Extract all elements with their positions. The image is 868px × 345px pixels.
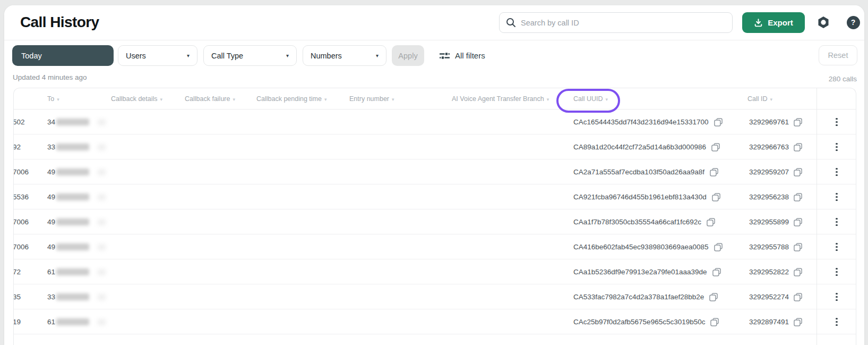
to-number-prefix: 34 [47, 118, 55, 126]
all-filters-button[interactable]: All filters [440, 45, 485, 66]
settings-button[interactable] [814, 13, 832, 31]
kebab-menu-button[interactable] [832, 165, 840, 179]
caret-down-icon: ▾ [233, 97, 235, 102]
actions-column-divider [817, 88, 817, 345]
copy-uuid-button[interactable] [709, 292, 718, 302]
copy-call-id-button[interactable] [793, 242, 803, 252]
copy-uuid-button[interactable] [706, 217, 716, 227]
call-id-cell: 3292969761 [749, 110, 803, 134]
column-header-call-id[interactable]: Call ID▾ [747, 88, 772, 110]
copy-uuid-button[interactable] [712, 267, 721, 277]
copy-uuid-button[interactable] [710, 317, 719, 327]
reset-button[interactable]: Reset [819, 45, 857, 65]
search-box[interactable] [499, 12, 733, 33]
date-filter-button[interactable]: Today [12, 45, 114, 66]
from-number-partial: 7006 [13, 159, 45, 184]
apply-button[interactable]: Apply [392, 45, 424, 66]
row-actions-cell [817, 284, 856, 309]
reset-button-label: Reset [828, 51, 848, 60]
copy-call-id-button[interactable] [793, 267, 803, 277]
call-id-cell: 3292966763 [749, 134, 803, 159]
copy-call-id-button[interactable] [793, 192, 803, 202]
redacted-smudge [98, 145, 106, 150]
to-number-cell: 33 [47, 284, 106, 309]
column-header-entry-number[interactable]: Entry number▾ [349, 88, 394, 110]
call-uuid-value: CA89a1d20c44f2cf72a5d14a6b3d000986 [573, 143, 706, 151]
call-id-value: 3292952822 [749, 268, 789, 276]
call-id-cell: 3292956238 [749, 184, 803, 209]
from-number-partial: 19 [13, 309, 45, 334]
call-id-value: 3292897491 [749, 318, 789, 326]
call-uuid-cell: CA533fac7982a7c4d2a378a1faef28bb2e [573, 284, 718, 309]
to-number-prefix: 49 [47, 193, 55, 201]
caret-down-icon: ▾ [376, 53, 379, 58]
from-number-partial: 5536 [13, 184, 45, 209]
call-uuid-cell: CA2a71a555af7ecdba103f50ad26aa9a8f [573, 159, 719, 184]
table-row: 7006 49 CA2a71a555af7ecdba103f50ad26aa9a… [14, 159, 856, 184]
help-button[interactable]: ? [844, 13, 862, 31]
redacted-phone-number [56, 193, 89, 200]
copy-uuid-button[interactable] [714, 242, 723, 252]
caret-down-icon: ▾ [606, 97, 608, 102]
redacted-smudge [98, 195, 106, 200]
column-header-call-uuid[interactable]: Call UUID▾ [573, 88, 608, 110]
row-actions-cell [817, 159, 856, 184]
users-filter-dropdown[interactable]: Users ▾ [118, 45, 197, 66]
call-uuid-value: CA921fcba96746d455b1961ebf813a430d [573, 193, 707, 201]
column-header-callback-pending-time[interactable]: Callback pending time▾ [256, 88, 327, 110]
to-number-prefix: 49 [47, 243, 55, 251]
call-id-value: 3292956238 [749, 193, 789, 201]
copy-call-id-button[interactable] [793, 292, 803, 302]
redacted-smudge [98, 319, 106, 325]
caret-down-icon: ▾ [160, 97, 163, 102]
kebab-menu-button[interactable] [832, 265, 840, 279]
numbers-filter-dropdown[interactable]: Numbers ▾ [303, 45, 386, 66]
caret-down-icon: ▾ [770, 97, 773, 102]
users-filter-label: Users [126, 52, 146, 60]
copy-uuid-button[interactable] [711, 142, 720, 152]
gear-icon [817, 15, 830, 29]
call-id-cell: 3292955788 [749, 234, 803, 259]
numbers-filter-label: Numbers [311, 52, 342, 60]
call-uuid-cell: CA89a1d20c44f2cf72a5d14a6b3d000986 [573, 134, 720, 159]
copy-uuid-button[interactable] [709, 167, 719, 177]
copy-call-id-button[interactable] [793, 117, 803, 127]
column-header-to[interactable]: To▾ [47, 88, 59, 110]
kebab-menu-button[interactable] [832, 190, 840, 204]
kebab-menu-button[interactable] [832, 215, 840, 229]
row-actions-cell [817, 234, 856, 259]
column-header-callback-failure[interactable]: Callback failure▾ [185, 88, 235, 110]
kebab-menu-button[interactable] [832, 115, 840, 129]
copy-call-id-button[interactable] [793, 317, 803, 327]
redacted-smudge [98, 220, 106, 225]
to-number-cell: 61 [47, 309, 106, 334]
copy-uuid-button[interactable] [711, 192, 721, 202]
kebab-menu-button[interactable] [832, 315, 840, 329]
apply-button-label: Apply [398, 52, 417, 60]
redacted-phone-number [56, 268, 89, 275]
call-id-cell: 3292959207 [749, 159, 803, 184]
call-type-filter-dropdown[interactable]: Call Type ▾ [203, 45, 297, 66]
column-header-callback-details[interactable]: Callback details▾ [111, 88, 162, 110]
redacted-phone-number [56, 293, 89, 300]
copy-call-id-button[interactable] [793, 167, 803, 177]
caret-down-icon: ▾ [324, 97, 327, 102]
kebab-menu-button[interactable] [832, 290, 840, 304]
copy-call-id-button[interactable] [793, 217, 803, 227]
copy-call-id-button[interactable] [793, 142, 803, 152]
to-number-cell: 49 [47, 234, 106, 259]
call-uuid-value: CA533fac7982a7c4d2a378a1faef28bb2e [573, 293, 704, 301]
kebab-menu-button[interactable] [832, 240, 840, 254]
caret-down-icon: ▾ [187, 53, 190, 58]
row-actions-cell [817, 309, 856, 334]
search-input[interactable] [521, 19, 726, 27]
column-header-ai-voice-agent-transfer-branch[interactable]: AI Voice Agent Transfer Branch▾ [452, 88, 549, 110]
table-row: 35 33 CA533fac7982a7c4d2a378a1faef28bb2e… [14, 284, 856, 309]
copy-uuid-button[interactable] [714, 117, 723, 127]
kebab-menu-button[interactable] [832, 140, 840, 154]
redacted-phone-number [56, 243, 89, 250]
table-row: 92 33 CA89a1d20c44f2cf72a5d14a6b3d000986… [14, 134, 856, 159]
to-number-prefix: 33 [47, 143, 55, 151]
export-button[interactable]: Export [742, 12, 805, 33]
export-button-label: Export [768, 18, 793, 27]
